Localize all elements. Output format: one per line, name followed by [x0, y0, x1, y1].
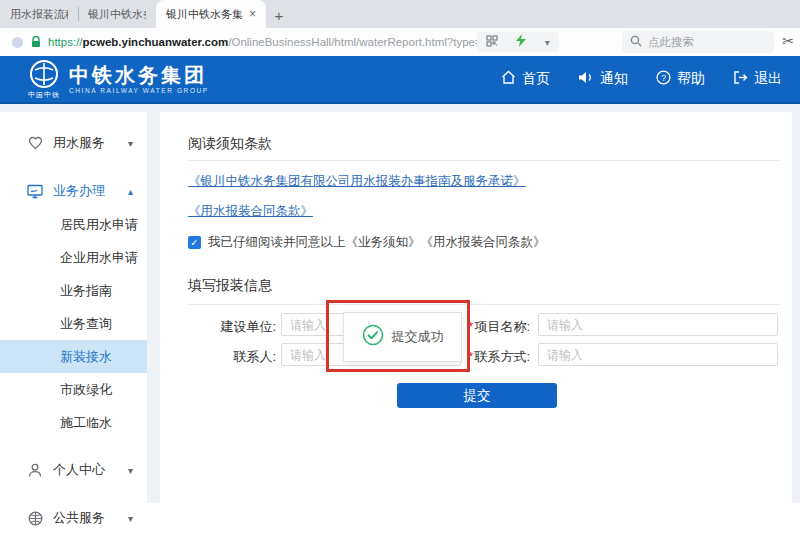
globe-icon [26, 511, 44, 526]
qr-code-icon[interactable] [486, 33, 498, 51]
sidebar: 用水服务 ▾ 业务办理 ▴ 居民用水申请 企业用水申请 业务指南 业务查询 新装… [0, 112, 147, 503]
contact-method-input[interactable] [538, 343, 778, 366]
sidebar-item-resident-apply[interactable]: 居民用水申请 [0, 208, 147, 241]
user-icon [26, 463, 44, 478]
search-icon [630, 33, 642, 51]
site-dot-icon [12, 37, 23, 48]
crec-emblem-icon: 中国中铁 [28, 59, 60, 100]
url-text[interactable]: https://pcweb.yinchuanwater.com/OnlineBu… [48, 36, 488, 48]
form-section-title: 填写报装信息 [188, 277, 272, 295]
sidebar-group-label: 用水服务 [53, 134, 105, 152]
tab-close-icon[interactable]: × [249, 7, 256, 21]
field-label-contact-person: 联系人: [198, 348, 276, 366]
sidebar-group-label: 个人中心 [53, 461, 105, 479]
field-label-contact-method: *联系方式: [452, 348, 530, 366]
url-path: /OnlineBusinessHall/html/waterReport.htm… [228, 36, 488, 48]
tab-title: 银川中铁水务集 [166, 7, 243, 22]
caret-up-icon: ▴ [128, 186, 133, 197]
address-bar: https://pcweb.yinchuanwater.com/OnlineBu… [0, 28, 800, 56]
screenshot-scissors-icon[interactable]: ✂ [782, 33, 794, 49]
nav-home[interactable]: 首页 [501, 70, 550, 88]
divider [188, 304, 780, 305]
toast-message: 提交成功 [392, 328, 444, 346]
nav-notifications[interactable]: 通知 [578, 70, 628, 88]
nav-label: 退出 [754, 70, 782, 88]
tab-title: 用水报装流程_ [10, 7, 68, 22]
caret-down-icon: ▾ [128, 465, 133, 476]
success-toast: 提交成功 [343, 312, 462, 362]
agree-checkbox[interactable]: ✓ [188, 236, 201, 249]
browser-window: 用水报装流程_ 银川中铁水务集 银川中铁水务集 × + https://pcwe… [0, 0, 800, 534]
sidebar-item-municipal-greening[interactable]: 市政绿化 [0, 373, 147, 406]
brand-logo[interactable]: 中国中铁 中铁水务集团 CHINA RAILWAY WATER GROUP [28, 59, 209, 100]
logo-caption: 中国中铁 [28, 90, 60, 100]
quick-search-box[interactable]: 点此搜索 [622, 31, 774, 53]
monitor-icon [26, 184, 44, 199]
sidebar-group-business[interactable]: 业务办理 ▴ [0, 174, 147, 208]
nav-label: 通知 [600, 70, 628, 88]
sidebar-group-water-service[interactable]: 用水服务 ▾ [0, 126, 147, 160]
sidebar-item-enterprise-apply[interactable]: 企业用水申请 [0, 241, 147, 274]
success-check-icon [362, 324, 384, 350]
field-label-project-name: *项目名称: [452, 318, 530, 336]
address-bar-tools: ▾ [477, 32, 559, 52]
agree-label: 我已仔细阅读并同意以上《业务须知》《用水报装合同条款》 [208, 234, 546, 251]
logout-icon [733, 70, 748, 88]
help-icon: ? [656, 70, 671, 88]
nav-label: 首页 [522, 70, 550, 88]
divider [188, 160, 780, 161]
sidebar-group-public-service[interactable]: 公共服务 ▾ [0, 501, 147, 534]
browser-tab-1[interactable]: 用水报装流程_ [0, 0, 78, 28]
chevron-down-icon[interactable]: ▾ [545, 37, 550, 48]
search-placeholder: 点此搜索 [648, 35, 694, 50]
sidebar-group-personal-center[interactable]: 个人中心 ▾ [0, 453, 147, 487]
contract-terms-link[interactable]: 《用水报装合同条款》 [188, 203, 313, 220]
sidebar-item-business-guide[interactable]: 业务指南 [0, 274, 147, 307]
new-tab-button[interactable]: + [266, 2, 292, 28]
notice-section-title: 阅读须知条款 [188, 135, 272, 153]
browser-tab-3-active[interactable]: 银川中铁水务集 × [156, 0, 266, 28]
tab-strip: 用水报装流程_ 银川中铁水务集 银川中铁水务集 × + [0, 0, 800, 28]
sidebar-group-label: 公共服务 [53, 509, 105, 527]
main-panel: 阅读须知条款 《银川中铁水务集团有限公司用水报装办事指南及服务承诺》 《用水报装… [160, 112, 792, 503]
home-icon [501, 70, 516, 88]
brand-name-en: CHINA RAILWAY WATER GROUP [69, 87, 209, 94]
guide-document-link[interactable]: 《银川中铁水务集团有限公司用水报装办事指南及服务承诺》 [188, 173, 526, 190]
sidebar-item-construction-water[interactable]: 施工临水 [0, 406, 147, 439]
caret-down-icon: ▾ [128, 513, 133, 524]
url-scheme: https:// [48, 36, 83, 48]
secure-lock-icon[interactable] [31, 36, 41, 48]
nav-label: 帮助 [677, 70, 705, 88]
brand-name-cn: 中铁水务集团 [69, 64, 209, 86]
sidebar-item-new-connection-active[interactable]: 新装接水 [0, 340, 147, 373]
svg-text:?: ? [661, 73, 666, 83]
nav-logout[interactable]: 退出 [733, 70, 782, 88]
speaker-icon [578, 70, 594, 88]
project-name-input[interactable] [538, 313, 778, 336]
caret-down-icon: ▾ [128, 138, 133, 149]
sidebar-group-label: 业务办理 [53, 182, 105, 200]
header-nav: 首页 通知 ? 帮助 退出 [501, 56, 782, 102]
browser-tab-2[interactable]: 银川中铁水务集 [78, 0, 156, 28]
field-label-build-unit: 建设单位: [198, 318, 276, 336]
speed-mode-lightning-icon[interactable] [516, 33, 526, 51]
submit-button[interactable]: 提交 [397, 383, 557, 408]
sidebar-submenu: 居民用水申请 企业用水申请 业务指南 业务查询 新装接水 市政绿化 施工临水 [0, 208, 147, 439]
tab-title: 银川中铁水务集 [88, 7, 146, 22]
app-header: 中国中铁 中铁水务集团 CHINA RAILWAY WATER GROUP 首页… [0, 56, 800, 104]
agree-row: ✓ 我已仔细阅读并同意以上《业务须知》《用水报装合同条款》 [188, 234, 546, 251]
nav-help[interactable]: ? 帮助 [656, 70, 705, 88]
sidebar-item-business-query[interactable]: 业务查询 [0, 307, 147, 340]
heart-icon [26, 136, 44, 150]
url-host: pcweb.yinchuanwater.com [83, 36, 229, 48]
